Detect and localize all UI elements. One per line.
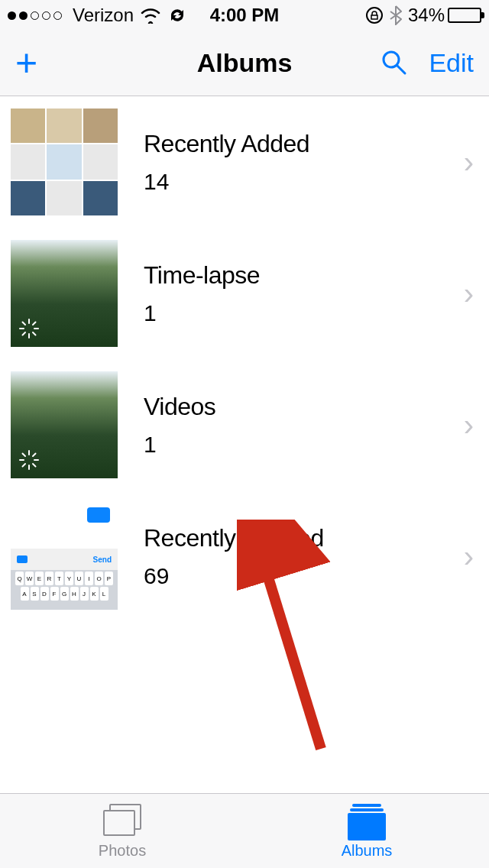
svg-line-18	[33, 454, 36, 457]
albums-tab-icon	[346, 802, 387, 839]
album-count-label: 69	[144, 563, 464, 589]
svg-line-2	[397, 66, 405, 73]
tab-label: Photos	[99, 842, 146, 860]
timelapse-icon	[18, 449, 40, 471]
album-title-label: Videos	[144, 393, 464, 421]
status-left: Verizon	[8, 5, 187, 26]
nav-bar: + Albums Edit	[0, 31, 489, 96]
signal-strength-icon	[8, 11, 62, 20]
photos-tab-icon	[102, 802, 143, 839]
carrier-label: Verizon	[73, 5, 134, 26]
chevron-right-icon: ›	[464, 539, 474, 574]
album-title-label: Recently Added	[144, 130, 464, 158]
battery-icon	[448, 8, 481, 23]
tab-bar: Photos Albums	[0, 793, 489, 868]
album-row-videos[interactable]: Videos 1 ›	[0, 359, 489, 491]
wifi-icon	[140, 7, 161, 24]
edit-button[interactable]: Edit	[429, 48, 474, 78]
svg-line-8	[33, 332, 36, 335]
album-row-recently-added[interactable]: Recently Added 14 ›	[0, 96, 489, 228]
timelapse-icon	[18, 318, 40, 339]
svg-line-15	[23, 454, 26, 457]
chevron-right-icon: ›	[464, 408, 474, 442]
add-album-button[interactable]: +	[15, 53, 37, 73]
orientation-lock-icon	[365, 6, 384, 24]
chevron-right-icon: ›	[464, 277, 474, 311]
search-button[interactable]	[380, 48, 407, 79]
tab-albums[interactable]: Albums	[244, 794, 489, 868]
status-right: 34%	[365, 5, 481, 26]
album-thumbnail	[11, 108, 118, 215]
album-count-label: 1	[144, 432, 464, 458]
status-bar: Verizon 4:00 PM 34%	[0, 0, 489, 31]
battery-indicator: 34%	[408, 5, 481, 26]
svg-line-9	[23, 332, 26, 335]
album-row-time-lapse[interactable]: Time-lapse 1 ›	[0, 228, 489, 359]
album-title-label: Recently Deleted	[144, 524, 464, 552]
svg-line-7	[23, 322, 26, 326]
album-thumbnail: Send QWERTYUIOPASDFGHJKL	[11, 503, 118, 610]
album-title-label: Time-lapse	[144, 261, 464, 290]
svg-line-17	[23, 464, 26, 467]
chevron-right-icon: ›	[464, 145, 474, 180]
album-thumbnail	[11, 371, 118, 478]
album-list: Recently Added 14 › Time-lapse 1 › Video…	[0, 96, 489, 622]
album-count-label: 1	[144, 300, 464, 326]
page-title: Albums	[197, 48, 293, 78]
album-count-label: 14	[144, 169, 464, 195]
clock-label: 4:00 PM	[210, 5, 280, 26]
album-row-recently-deleted[interactable]: Send QWERTYUIOPASDFGHJKL Recently Delete…	[0, 491, 489, 622]
sync-icon	[167, 5, 187, 25]
tab-photos[interactable]: Photos	[0, 794, 244, 868]
svg-line-16	[33, 464, 36, 467]
album-thumbnail	[11, 240, 118, 347]
svg-line-10	[33, 322, 36, 326]
bluetooth-icon	[390, 5, 402, 25]
tab-label: Albums	[342, 842, 393, 860]
battery-percent-label: 34%	[408, 5, 445, 26]
